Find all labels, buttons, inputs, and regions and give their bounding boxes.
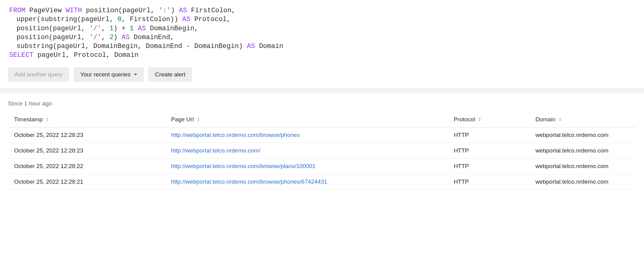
sort-icon bbox=[46, 118, 49, 121]
cell-protocol: HTTP bbox=[447, 174, 529, 189]
query-token: AS bbox=[247, 42, 255, 50]
sort-icon bbox=[197, 118, 200, 121]
cell-domain: webportal.telco.nrdemo.com bbox=[529, 127, 636, 143]
query-token: AS bbox=[179, 7, 187, 14]
query-token: AS bbox=[182, 16, 190, 23]
results-table: Timestamp Page Url Protocol Domain Octob… bbox=[8, 112, 636, 190]
query-token: , bbox=[101, 25, 109, 32]
table-row: October 25, 2022 12:28:21http://webporta… bbox=[8, 174, 636, 189]
page-url-link[interactable]: http://webportal.telco.nrdemo.com/browse… bbox=[171, 163, 316, 169]
recent-queries-label: Your recent queries bbox=[80, 71, 130, 78]
page-url-link[interactable]: http://webportal.telco.nrdemo.com/ bbox=[171, 147, 260, 154]
query-token: pageUrl, Protocol, Domain bbox=[33, 51, 138, 59]
query-token: substring(pageUrl, DomainBegin, DomainEn… bbox=[17, 42, 247, 50]
create-alert-button[interactable]: Create alert bbox=[148, 67, 192, 82]
query-token: ':' bbox=[159, 7, 171, 14]
recent-queries-button[interactable]: Your recent queries bbox=[73, 67, 144, 82]
section-divider bbox=[0, 89, 644, 93]
query-token: AS bbox=[122, 34, 129, 41]
add-another-query-button: Add another query bbox=[8, 67, 69, 82]
query-token: PageView bbox=[25, 7, 66, 14]
cell-timestamp: October 25, 2022 12:28:23 bbox=[8, 127, 165, 143]
query-token: SELECT bbox=[9, 51, 33, 59]
query-token: ) + bbox=[114, 25, 130, 32]
query-token: DomainBegin, bbox=[146, 25, 198, 32]
cell-pageurl: http://webportal.telco.nrdemo.com/browse… bbox=[165, 174, 447, 189]
cell-pageurl: http://webportal.telco.nrdemo.com/browse… bbox=[165, 127, 447, 143]
cell-domain: webportal.telco.nrdemo.com bbox=[529, 158, 636, 174]
query-token: ) bbox=[171, 7, 179, 14]
column-header-label: Timestamp bbox=[14, 116, 43, 123]
cell-protocol: HTTP bbox=[447, 143, 529, 158]
cell-pageurl: http://webportal.telco.nrdemo.com/ bbox=[165, 143, 447, 158]
sort-icon bbox=[559, 118, 561, 121]
cell-pageurl: http://webportal.telco.nrdemo.com/browse… bbox=[165, 158, 447, 174]
cell-protocol: HTTP bbox=[447, 158, 529, 174]
query-token: , FirstColon)) bbox=[122, 16, 182, 23]
query-line: SELECT pageUrl, Protocol, Domain bbox=[9, 51, 635, 60]
page-url-link[interactable]: http://webportal.telco.nrdemo.com/browse… bbox=[171, 132, 300, 138]
cell-domain: webportal.telco.nrdemo.com bbox=[529, 174, 636, 189]
query-line: position(pageUrl, '/', 2) AS DomainEnd, bbox=[9, 33, 635, 42]
table-row: October 25, 2022 12:28:22http://webporta… bbox=[8, 158, 636, 174]
cell-protocol: HTTP bbox=[447, 127, 529, 143]
query-token: position(pageUrl, bbox=[17, 25, 89, 32]
table-row: October 25, 2022 12:28:23http://webporta… bbox=[8, 127, 636, 143]
column-header-label: Domain bbox=[535, 116, 555, 123]
page-url-link[interactable]: http://webportal.telco.nrdemo.com/browse… bbox=[171, 178, 327, 185]
query-token: 2 bbox=[110, 34, 114, 41]
query-token: 0 bbox=[118, 16, 122, 23]
column-header-domain[interactable]: Domain bbox=[529, 112, 636, 127]
query-line: upper(substring(pageUrl, 0, FirstColon))… bbox=[9, 15, 635, 24]
query-token: '/' bbox=[89, 34, 102, 41]
query-token: '/' bbox=[89, 25, 102, 32]
query-token: position(pageUrl, bbox=[17, 34, 89, 41]
query-line: substring(pageUrl, DomainBegin, DomainEn… bbox=[9, 42, 635, 51]
button-row: Add another query Your recent queries Cr… bbox=[0, 63, 644, 89]
cell-timestamp: October 25, 2022 12:28:22 bbox=[8, 158, 165, 174]
query-token: ) bbox=[114, 34, 122, 41]
query-token: AS bbox=[138, 25, 146, 32]
cell-timestamp: October 25, 2022 12:28:23 bbox=[8, 143, 165, 158]
query-token: WITH bbox=[66, 7, 82, 14]
column-header-timestamp[interactable]: Timestamp bbox=[8, 112, 165, 127]
query-token: 1 bbox=[110, 25, 114, 32]
query-token: FirstColon, bbox=[187, 7, 235, 14]
column-header-protocol[interactable]: Protocol bbox=[447, 112, 529, 127]
results-table-container: Timestamp Page Url Protocol Domain Octob… bbox=[0, 109, 644, 191]
query-token: FROM bbox=[9, 7, 25, 14]
query-token: DomainEnd, bbox=[130, 34, 174, 41]
cell-timestamp: October 25, 2022 12:28:21 bbox=[8, 174, 165, 189]
query-token bbox=[134, 25, 138, 32]
column-header-pageurl[interactable]: Page Url bbox=[165, 112, 447, 127]
query-token: 1 bbox=[130, 25, 134, 32]
since-label: Since 1 hour ago bbox=[0, 93, 644, 109]
chevron-down-icon bbox=[134, 74, 137, 75]
column-header-label: Page Url bbox=[171, 116, 194, 123]
query-editor[interactable]: FROM PageView WITH position(pageUrl, ':'… bbox=[0, 0, 644, 63]
query-token: Protocol, bbox=[190, 16, 231, 23]
query-token: , bbox=[101, 34, 109, 41]
query-line: position(pageUrl, '/', 1) + 1 AS DomainB… bbox=[9, 24, 635, 33]
query-token: position(pageUrl, bbox=[82, 7, 159, 14]
column-header-label: Protocol bbox=[454, 116, 475, 123]
query-token: Domain bbox=[255, 42, 283, 50]
table-header-row: Timestamp Page Url Protocol Domain bbox=[8, 112, 636, 127]
query-token: upper(substring(pageUrl, bbox=[17, 16, 118, 23]
query-line: FROM PageView WITH position(pageUrl, ':'… bbox=[9, 6, 635, 15]
table-row: October 25, 2022 12:28:23http://webporta… bbox=[8, 143, 636, 158]
cell-domain: webportal.telco.nrdemo.com bbox=[529, 143, 636, 158]
sort-icon bbox=[478, 118, 481, 121]
